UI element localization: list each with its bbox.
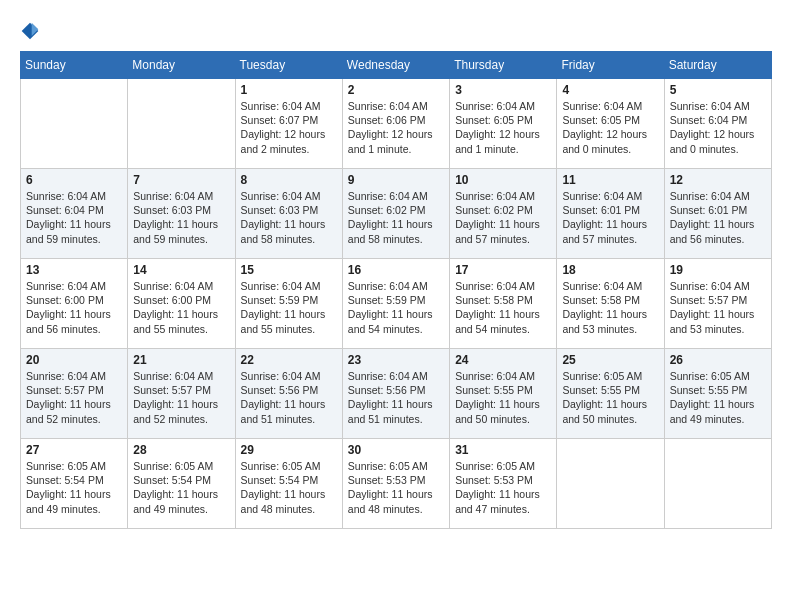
calendar-cell: 27Sunrise: 6:05 AM Sunset: 5:54 PM Dayli… <box>21 439 128 529</box>
calendar-cell: 22Sunrise: 6:04 AM Sunset: 5:56 PM Dayli… <box>235 349 342 439</box>
day-info: Sunrise: 6:04 AM Sunset: 5:59 PM Dayligh… <box>241 279 337 336</box>
calendar-cell: 20Sunrise: 6:04 AM Sunset: 5:57 PM Dayli… <box>21 349 128 439</box>
day-info: Sunrise: 6:04 AM Sunset: 6:03 PM Dayligh… <box>241 189 337 246</box>
day-info: Sunrise: 6:04 AM Sunset: 5:57 PM Dayligh… <box>670 279 766 336</box>
day-info: Sunrise: 6:05 AM Sunset: 5:53 PM Dayligh… <box>348 459 444 516</box>
day-info: Sunrise: 6:04 AM Sunset: 6:01 PM Dayligh… <box>670 189 766 246</box>
day-number: 22 <box>241 353 337 367</box>
calendar-week-1: 1Sunrise: 6:04 AM Sunset: 6:07 PM Daylig… <box>21 79 772 169</box>
day-header-friday: Friday <box>557 52 664 79</box>
calendar-cell <box>557 439 664 529</box>
calendar-cell: 29Sunrise: 6:05 AM Sunset: 5:54 PM Dayli… <box>235 439 342 529</box>
day-number: 27 <box>26 443 122 457</box>
day-info: Sunrise: 6:04 AM Sunset: 5:56 PM Dayligh… <box>241 369 337 426</box>
header <box>20 20 772 41</box>
day-info: Sunrise: 6:05 AM Sunset: 5:55 PM Dayligh… <box>670 369 766 426</box>
day-number: 1 <box>241 83 337 97</box>
calendar-cell: 5Sunrise: 6:04 AM Sunset: 6:04 PM Daylig… <box>664 79 771 169</box>
calendar-week-2: 6Sunrise: 6:04 AM Sunset: 6:04 PM Daylig… <box>21 169 772 259</box>
calendar-cell: 8Sunrise: 6:04 AM Sunset: 6:03 PM Daylig… <box>235 169 342 259</box>
day-header-sunday: Sunday <box>21 52 128 79</box>
calendar-cell: 23Sunrise: 6:04 AM Sunset: 5:56 PM Dayli… <box>342 349 449 439</box>
day-number: 9 <box>348 173 444 187</box>
day-info: Sunrise: 6:04 AM Sunset: 5:56 PM Dayligh… <box>348 369 444 426</box>
day-header-thursday: Thursday <box>450 52 557 79</box>
day-header-wednesday: Wednesday <box>342 52 449 79</box>
calendar: SundayMondayTuesdayWednesdayThursdayFrid… <box>20 51 772 529</box>
calendar-header-row: SundayMondayTuesdayWednesdayThursdayFrid… <box>21 52 772 79</box>
day-number: 12 <box>670 173 766 187</box>
day-info: Sunrise: 6:04 AM Sunset: 5:57 PM Dayligh… <box>133 369 229 426</box>
day-info: Sunrise: 6:04 AM Sunset: 6:00 PM Dayligh… <box>133 279 229 336</box>
day-info: Sunrise: 6:04 AM Sunset: 6:02 PM Dayligh… <box>455 189 551 246</box>
day-number: 15 <box>241 263 337 277</box>
day-info: Sunrise: 6:04 AM Sunset: 6:04 PM Dayligh… <box>26 189 122 246</box>
day-info: Sunrise: 6:04 AM Sunset: 6:07 PM Dayligh… <box>241 99 337 156</box>
logo-icon <box>20 21 40 41</box>
calendar-cell: 10Sunrise: 6:04 AM Sunset: 6:02 PM Dayli… <box>450 169 557 259</box>
calendar-cell: 13Sunrise: 6:04 AM Sunset: 6:00 PM Dayli… <box>21 259 128 349</box>
calendar-week-5: 27Sunrise: 6:05 AM Sunset: 5:54 PM Dayli… <box>21 439 772 529</box>
day-number: 18 <box>562 263 658 277</box>
day-number: 8 <box>241 173 337 187</box>
calendar-cell: 2Sunrise: 6:04 AM Sunset: 6:06 PM Daylig… <box>342 79 449 169</box>
day-number: 21 <box>133 353 229 367</box>
calendar-body: 1Sunrise: 6:04 AM Sunset: 6:07 PM Daylig… <box>21 79 772 529</box>
day-info: Sunrise: 6:04 AM Sunset: 6:04 PM Dayligh… <box>670 99 766 156</box>
day-info: Sunrise: 6:04 AM Sunset: 6:05 PM Dayligh… <box>562 99 658 156</box>
calendar-cell: 15Sunrise: 6:04 AM Sunset: 5:59 PM Dayli… <box>235 259 342 349</box>
day-number: 7 <box>133 173 229 187</box>
day-info: Sunrise: 6:05 AM Sunset: 5:54 PM Dayligh… <box>26 459 122 516</box>
day-info: Sunrise: 6:04 AM Sunset: 6:02 PM Dayligh… <box>348 189 444 246</box>
calendar-cell: 17Sunrise: 6:04 AM Sunset: 5:58 PM Dayli… <box>450 259 557 349</box>
calendar-cell: 1Sunrise: 6:04 AM Sunset: 6:07 PM Daylig… <box>235 79 342 169</box>
day-number: 14 <box>133 263 229 277</box>
day-info: Sunrise: 6:04 AM Sunset: 5:57 PM Dayligh… <box>26 369 122 426</box>
day-info: Sunrise: 6:05 AM Sunset: 5:53 PM Dayligh… <box>455 459 551 516</box>
day-number: 16 <box>348 263 444 277</box>
calendar-cell: 28Sunrise: 6:05 AM Sunset: 5:54 PM Dayli… <box>128 439 235 529</box>
calendar-cell: 25Sunrise: 6:05 AM Sunset: 5:55 PM Dayli… <box>557 349 664 439</box>
day-info: Sunrise: 6:04 AM Sunset: 6:00 PM Dayligh… <box>26 279 122 336</box>
day-number: 2 <box>348 83 444 97</box>
calendar-cell: 30Sunrise: 6:05 AM Sunset: 5:53 PM Dayli… <box>342 439 449 529</box>
day-number: 17 <box>455 263 551 277</box>
day-number: 28 <box>133 443 229 457</box>
calendar-cell: 7Sunrise: 6:04 AM Sunset: 6:03 PM Daylig… <box>128 169 235 259</box>
day-info: Sunrise: 6:04 AM Sunset: 5:59 PM Dayligh… <box>348 279 444 336</box>
day-header-monday: Monday <box>128 52 235 79</box>
day-info: Sunrise: 6:04 AM Sunset: 5:55 PM Dayligh… <box>455 369 551 426</box>
day-number: 19 <box>670 263 766 277</box>
calendar-cell: 9Sunrise: 6:04 AM Sunset: 6:02 PM Daylig… <box>342 169 449 259</box>
calendar-cell: 24Sunrise: 6:04 AM Sunset: 5:55 PM Dayli… <box>450 349 557 439</box>
calendar-cell: 18Sunrise: 6:04 AM Sunset: 5:58 PM Dayli… <box>557 259 664 349</box>
day-number: 10 <box>455 173 551 187</box>
day-number: 5 <box>670 83 766 97</box>
calendar-cell: 6Sunrise: 6:04 AM Sunset: 6:04 PM Daylig… <box>21 169 128 259</box>
calendar-cell: 12Sunrise: 6:04 AM Sunset: 6:01 PM Dayli… <box>664 169 771 259</box>
day-number: 6 <box>26 173 122 187</box>
calendar-week-3: 13Sunrise: 6:04 AM Sunset: 6:00 PM Dayli… <box>21 259 772 349</box>
day-number: 24 <box>455 353 551 367</box>
calendar-cell: 14Sunrise: 6:04 AM Sunset: 6:00 PM Dayli… <box>128 259 235 349</box>
day-info: Sunrise: 6:04 AM Sunset: 6:06 PM Dayligh… <box>348 99 444 156</box>
calendar-cell: 21Sunrise: 6:04 AM Sunset: 5:57 PM Dayli… <box>128 349 235 439</box>
day-info: Sunrise: 6:04 AM Sunset: 6:01 PM Dayligh… <box>562 189 658 246</box>
calendar-cell: 19Sunrise: 6:04 AM Sunset: 5:57 PM Dayli… <box>664 259 771 349</box>
day-info: Sunrise: 6:04 AM Sunset: 5:58 PM Dayligh… <box>562 279 658 336</box>
day-number: 11 <box>562 173 658 187</box>
day-info: Sunrise: 6:04 AM Sunset: 6:05 PM Dayligh… <box>455 99 551 156</box>
calendar-cell <box>128 79 235 169</box>
day-info: Sunrise: 6:04 AM Sunset: 5:58 PM Dayligh… <box>455 279 551 336</box>
day-info: Sunrise: 6:05 AM Sunset: 5:55 PM Dayligh… <box>562 369 658 426</box>
calendar-week-4: 20Sunrise: 6:04 AM Sunset: 5:57 PM Dayli… <box>21 349 772 439</box>
calendar-cell: 16Sunrise: 6:04 AM Sunset: 5:59 PM Dayli… <box>342 259 449 349</box>
day-number: 26 <box>670 353 766 367</box>
calendar-cell: 31Sunrise: 6:05 AM Sunset: 5:53 PM Dayli… <box>450 439 557 529</box>
day-number: 29 <box>241 443 337 457</box>
day-info: Sunrise: 6:05 AM Sunset: 5:54 PM Dayligh… <box>133 459 229 516</box>
day-info: Sunrise: 6:05 AM Sunset: 5:54 PM Dayligh… <box>241 459 337 516</box>
calendar-cell: 11Sunrise: 6:04 AM Sunset: 6:01 PM Dayli… <box>557 169 664 259</box>
calendar-cell: 3Sunrise: 6:04 AM Sunset: 6:05 PM Daylig… <box>450 79 557 169</box>
day-number: 23 <box>348 353 444 367</box>
